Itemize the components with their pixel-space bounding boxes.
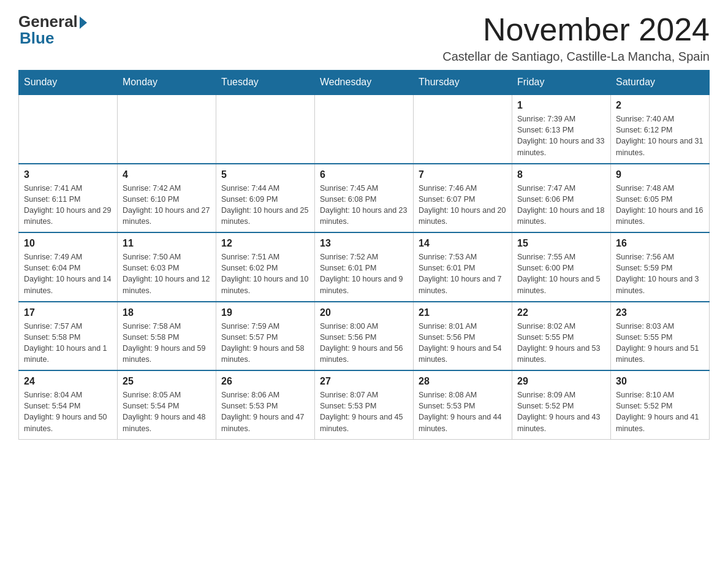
calendar-cell: 10Sunrise: 7:49 AM Sunset: 6:04 PM Dayli… bbox=[19, 232, 118, 302]
calendar-cell: 24Sunrise: 8:04 AM Sunset: 5:54 PM Dayli… bbox=[19, 370, 118, 439]
calendar-cell: 17Sunrise: 7:57 AM Sunset: 5:58 PM Dayli… bbox=[19, 302, 118, 371]
calendar-cell: 29Sunrise: 8:09 AM Sunset: 5:52 PM Dayli… bbox=[512, 370, 611, 439]
calendar-cell bbox=[19, 94, 118, 164]
calendar-cell bbox=[118, 94, 216, 164]
day-number: 16 bbox=[616, 238, 704, 249]
calendar-cell: 7Sunrise: 7:46 AM Sunset: 6:07 PM Daylig… bbox=[414, 164, 512, 233]
calendar-week-row: 10Sunrise: 7:49 AM Sunset: 6:04 PM Dayli… bbox=[19, 232, 710, 302]
calendar-cell: 11Sunrise: 7:50 AM Sunset: 6:03 PM Dayli… bbox=[118, 232, 216, 302]
day-info: Sunrise: 8:02 AM Sunset: 5:55 PM Dayligh… bbox=[517, 321, 605, 366]
month-title: November 2024 bbox=[442, 12, 710, 47]
day-of-week-header: Saturday bbox=[611, 71, 710, 95]
calendar-cell: 5Sunrise: 7:44 AM Sunset: 6:09 PM Daylig… bbox=[216, 164, 315, 233]
calendar-week-row: 24Sunrise: 8:04 AM Sunset: 5:54 PM Dayli… bbox=[19, 370, 710, 439]
day-info: Sunrise: 7:52 AM Sunset: 6:01 PM Dayligh… bbox=[320, 251, 408, 296]
day-number: 4 bbox=[123, 169, 211, 180]
day-number: 14 bbox=[419, 238, 507, 249]
day-info: Sunrise: 7:41 AM Sunset: 6:11 PM Dayligh… bbox=[24, 183, 112, 228]
calendar-cell: 3Sunrise: 7:41 AM Sunset: 6:11 PM Daylig… bbox=[19, 164, 118, 233]
calendar-cell: 21Sunrise: 8:01 AM Sunset: 5:56 PM Dayli… bbox=[414, 302, 512, 371]
page-header: General Blue November 2024 Castellar de … bbox=[18, 12, 710, 64]
day-info: Sunrise: 7:51 AM Sunset: 6:02 PM Dayligh… bbox=[221, 251, 309, 296]
day-info: Sunrise: 8:10 AM Sunset: 5:52 PM Dayligh… bbox=[616, 389, 704, 434]
calendar-table: SundayMondayTuesdayWednesdayThursdayFrid… bbox=[18, 70, 710, 440]
day-of-week-header: Thursday bbox=[414, 71, 512, 95]
calendar-cell: 18Sunrise: 7:58 AM Sunset: 5:58 PM Dayli… bbox=[118, 302, 216, 371]
calendar-cell: 2Sunrise: 7:40 AM Sunset: 6:12 PM Daylig… bbox=[611, 94, 710, 164]
calendar-cell bbox=[216, 94, 315, 164]
calendar-cell: 19Sunrise: 7:59 AM Sunset: 5:57 PM Dayli… bbox=[216, 302, 315, 371]
day-of-week-header: Monday bbox=[118, 71, 216, 95]
calendar-cell: 14Sunrise: 7:53 AM Sunset: 6:01 PM Dayli… bbox=[414, 232, 512, 302]
day-of-week-header: Friday bbox=[512, 71, 611, 95]
day-number: 26 bbox=[221, 376, 309, 387]
day-number: 8 bbox=[517, 169, 605, 180]
calendar-cell: 4Sunrise: 7:42 AM Sunset: 6:10 PM Daylig… bbox=[118, 164, 216, 233]
day-number: 2 bbox=[616, 100, 704, 111]
day-number: 27 bbox=[320, 376, 408, 387]
day-info: Sunrise: 7:46 AM Sunset: 6:07 PM Dayligh… bbox=[419, 183, 507, 228]
day-info: Sunrise: 8:09 AM Sunset: 5:52 PM Dayligh… bbox=[517, 389, 605, 434]
day-number: 13 bbox=[320, 238, 408, 249]
calendar-week-row: 1Sunrise: 7:39 AM Sunset: 6:13 PM Daylig… bbox=[19, 94, 710, 164]
day-of-week-header: Sunday bbox=[19, 71, 118, 95]
calendar-cell: 16Sunrise: 7:56 AM Sunset: 5:59 PM Dayli… bbox=[611, 232, 710, 302]
calendar-cell: 27Sunrise: 8:07 AM Sunset: 5:53 PM Dayli… bbox=[315, 370, 414, 439]
day-number: 11 bbox=[123, 238, 211, 249]
calendar-week-row: 17Sunrise: 7:57 AM Sunset: 5:58 PM Dayli… bbox=[19, 302, 710, 371]
day-info: Sunrise: 7:53 AM Sunset: 6:01 PM Dayligh… bbox=[419, 251, 507, 296]
day-info: Sunrise: 7:56 AM Sunset: 5:59 PM Dayligh… bbox=[616, 251, 704, 296]
day-number: 3 bbox=[24, 169, 112, 180]
calendar-cell: 28Sunrise: 8:08 AM Sunset: 5:53 PM Dayli… bbox=[414, 370, 512, 439]
day-number: 23 bbox=[616, 307, 704, 318]
day-info: Sunrise: 7:42 AM Sunset: 6:10 PM Dayligh… bbox=[123, 183, 211, 228]
location-subtitle: Castellar de Santiago, Castille-La Manch… bbox=[442, 50, 710, 64]
logo: General Blue bbox=[18, 12, 87, 48]
day-number: 24 bbox=[24, 376, 112, 387]
day-number: 22 bbox=[517, 307, 605, 318]
day-info: Sunrise: 7:49 AM Sunset: 6:04 PM Dayligh… bbox=[24, 251, 112, 296]
day-info: Sunrise: 7:50 AM Sunset: 6:03 PM Dayligh… bbox=[123, 251, 211, 296]
calendar-cell bbox=[414, 94, 512, 164]
day-info: Sunrise: 7:48 AM Sunset: 6:05 PM Dayligh… bbox=[616, 183, 704, 228]
day-number: 7 bbox=[419, 169, 507, 180]
calendar-cell: 30Sunrise: 8:10 AM Sunset: 5:52 PM Dayli… bbox=[611, 370, 710, 439]
day-info: Sunrise: 8:03 AM Sunset: 5:55 PM Dayligh… bbox=[616, 321, 704, 366]
day-info: Sunrise: 7:47 AM Sunset: 6:06 PM Dayligh… bbox=[517, 183, 605, 228]
day-info: Sunrise: 8:05 AM Sunset: 5:54 PM Dayligh… bbox=[123, 389, 211, 434]
day-number: 10 bbox=[24, 238, 112, 249]
calendar-cell: 20Sunrise: 8:00 AM Sunset: 5:56 PM Dayli… bbox=[315, 302, 414, 371]
calendar-cell: 23Sunrise: 8:03 AM Sunset: 5:55 PM Dayli… bbox=[611, 302, 710, 371]
day-info: Sunrise: 8:04 AM Sunset: 5:54 PM Dayligh… bbox=[24, 389, 112, 434]
day-info: Sunrise: 7:39 AM Sunset: 6:13 PM Dayligh… bbox=[517, 113, 605, 158]
day-info: Sunrise: 8:07 AM Sunset: 5:53 PM Dayligh… bbox=[320, 389, 408, 434]
day-info: Sunrise: 8:06 AM Sunset: 5:53 PM Dayligh… bbox=[221, 389, 309, 434]
calendar-cell: 22Sunrise: 8:02 AM Sunset: 5:55 PM Dayli… bbox=[512, 302, 611, 371]
day-info: Sunrise: 7:58 AM Sunset: 5:58 PM Dayligh… bbox=[123, 321, 211, 366]
day-of-week-header: Tuesday bbox=[216, 71, 315, 95]
day-info: Sunrise: 8:01 AM Sunset: 5:56 PM Dayligh… bbox=[419, 321, 507, 366]
day-number: 5 bbox=[221, 169, 309, 180]
day-of-week-header: Wednesday bbox=[315, 71, 414, 95]
day-number: 25 bbox=[123, 376, 211, 387]
title-section: November 2024 Castellar de Santiago, Cas… bbox=[442, 12, 710, 64]
day-number: 21 bbox=[419, 307, 507, 318]
calendar-cell: 8Sunrise: 7:47 AM Sunset: 6:06 PM Daylig… bbox=[512, 164, 611, 233]
day-info: Sunrise: 8:08 AM Sunset: 5:53 PM Dayligh… bbox=[419, 389, 507, 434]
calendar-cell: 26Sunrise: 8:06 AM Sunset: 5:53 PM Dayli… bbox=[216, 370, 315, 439]
day-number: 17 bbox=[24, 307, 112, 318]
calendar-cell bbox=[315, 94, 414, 164]
day-info: Sunrise: 7:59 AM Sunset: 5:57 PM Dayligh… bbox=[221, 321, 309, 366]
logo-arrow-icon bbox=[80, 17, 87, 29]
calendar-cell: 12Sunrise: 7:51 AM Sunset: 6:02 PM Dayli… bbox=[216, 232, 315, 302]
day-number: 1 bbox=[517, 100, 605, 111]
day-info: Sunrise: 7:44 AM Sunset: 6:09 PM Dayligh… bbox=[221, 183, 309, 228]
calendar-cell: 25Sunrise: 8:05 AM Sunset: 5:54 PM Dayli… bbox=[118, 370, 216, 439]
calendar-cell: 15Sunrise: 7:55 AM Sunset: 6:00 PM Dayli… bbox=[512, 232, 611, 302]
day-number: 15 bbox=[517, 238, 605, 249]
day-number: 12 bbox=[221, 238, 309, 249]
calendar-cell: 13Sunrise: 7:52 AM Sunset: 6:01 PM Dayli… bbox=[315, 232, 414, 302]
calendar-week-row: 3Sunrise: 7:41 AM Sunset: 6:11 PM Daylig… bbox=[19, 164, 710, 233]
calendar-cell: 9Sunrise: 7:48 AM Sunset: 6:05 PM Daylig… bbox=[611, 164, 710, 233]
day-info: Sunrise: 7:57 AM Sunset: 5:58 PM Dayligh… bbox=[24, 321, 112, 366]
